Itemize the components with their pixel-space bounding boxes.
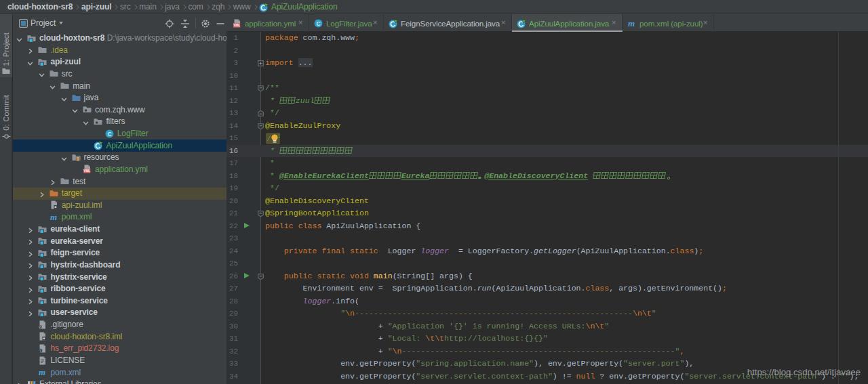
svg-text:m: m [628,19,635,28]
svg-text:YML: YML [83,169,90,173]
svg-text:C: C [107,130,111,137]
svg-text:C: C [316,20,320,27]
svg-text:m: m [50,213,57,221]
svg-text:m: m [39,368,45,377]
svg-text:YML: YML [233,23,240,27]
svg-text:?: ? [39,349,42,353]
